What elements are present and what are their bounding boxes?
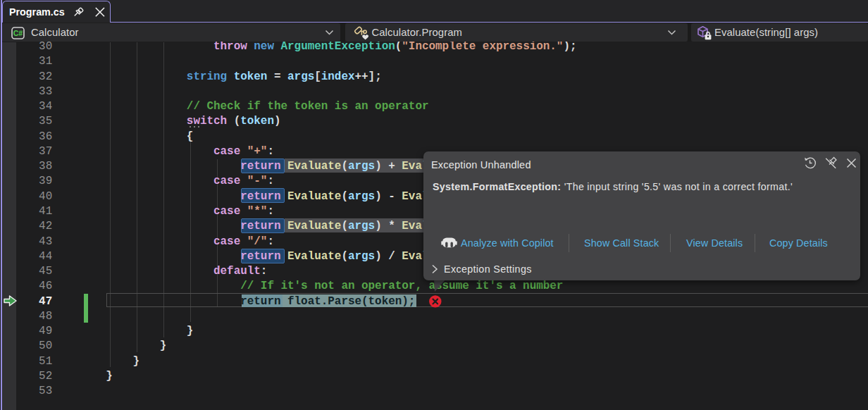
svg-text:C#: C#: [13, 29, 23, 37]
